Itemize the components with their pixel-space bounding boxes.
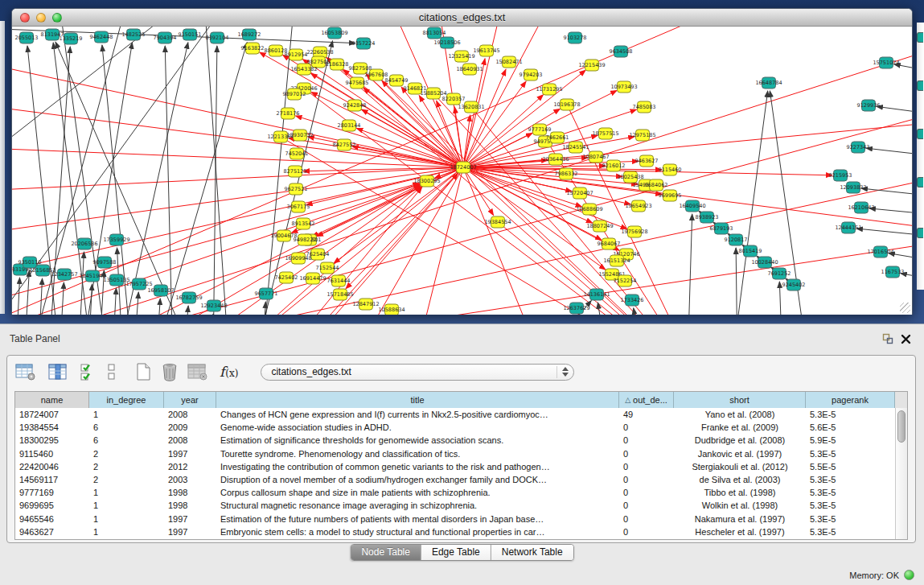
graph-node-20364436[interactable]: 20364436 bbox=[542, 154, 569, 165]
graph-node-12215439[interactable]: 12215439 bbox=[578, 60, 605, 71]
graph-node-12325419[interactable]: 12325419 bbox=[448, 51, 474, 62]
graph-node-9699695[interactable]: 9699695 bbox=[659, 190, 682, 201]
table-row[interactable]: 911546021997Tourette syndrome. Phenomeno… bbox=[15, 447, 895, 460]
scrollbar-thumb[interactable] bbox=[897, 410, 906, 443]
graph-node-9227343[interactable]: 9227343 bbox=[847, 142, 870, 153]
memory-status-indicator[interactable] bbox=[904, 570, 914, 580]
graph-node-9463627[interactable]: 9463627 bbox=[635, 155, 659, 167]
vertical-scrollbar[interactable] bbox=[895, 408, 907, 539]
graph-node-18245541[interactable]: 18245541 bbox=[562, 142, 589, 153]
table-row[interactable]: 1938455462009Genome-wide association stu… bbox=[15, 421, 895, 434]
graph-node-3067175[interactable]: 3067175 bbox=[287, 201, 310, 212]
graph-node-12444151[interactable]: 12444151 bbox=[835, 222, 861, 233]
table-row[interactable]: 1830029562008Estimation of significance … bbox=[15, 434, 895, 447]
graph-node-13620831[interactable]: 13620831 bbox=[458, 101, 484, 113]
graph-node-6879193[interactable]: 6879193 bbox=[710, 223, 733, 234]
table-row[interactable]: 1872400712008Changes of HCN gene express… bbox=[15, 408, 895, 421]
import-table-button[interactable] bbox=[187, 363, 208, 381]
graph-node-10028440[interactable]: 10028440 bbox=[751, 257, 778, 268]
column-visibility-button[interactable] bbox=[47, 363, 68, 381]
column-header-out_de-[interactable]: △out_de... bbox=[619, 392, 674, 408]
graph-node-19384554[interactable]: 19384554 bbox=[484, 216, 511, 228]
graph-node-9120817[interactable]: 9120817 bbox=[725, 234, 748, 245]
graph-node-9129936[interactable]: 9129936 bbox=[857, 100, 881, 111]
graph-node-11731295[interactable]: 11731295 bbox=[536, 84, 562, 95]
graph-node-8220357[interactable]: 8220357 bbox=[442, 93, 466, 105]
graph-node-8215953[interactable]: 8215953 bbox=[829, 170, 852, 181]
column-header-title[interactable]: title bbox=[216, 392, 619, 408]
column-header-year[interactable]: year bbox=[164, 392, 216, 408]
tab-node-table[interactable]: Node Table bbox=[351, 545, 421, 560]
graph-node-10973493[interactable]: 10973493 bbox=[610, 81, 637, 93]
graph-node-18757515[interactable]: 18757515 bbox=[592, 128, 618, 139]
graph-node-9150151[interactable]: 9150151 bbox=[179, 29, 202, 40]
column-header-pagerank[interactable]: pagerank bbox=[806, 392, 895, 408]
graph-node-16210643[interactable]: 16210643 bbox=[848, 202, 874, 213]
graph-node-9103278[interactable]: 9103278 bbox=[564, 32, 587, 43]
table-row[interactable]: 1456911722003Disruption of a novel membe… bbox=[15, 473, 895, 486]
graph-node-19218506[interactable]: 19218506 bbox=[433, 37, 460, 48]
tab-edge-table[interactable]: Edge Table bbox=[421, 545, 491, 560]
graph-node-9462448[interactable]: 9462448 bbox=[90, 31, 113, 43]
graph-node-19654923[interactable]: 19654923 bbox=[625, 200, 651, 212]
graph-node-9357224[interactable]: 9357224 bbox=[352, 38, 376, 49]
graph-node-7452041[interactable]: 7452041 bbox=[285, 148, 309, 159]
table-row[interactable]: 946554611997Estimation of the future num… bbox=[15, 513, 895, 525]
resize-grip[interactable] bbox=[900, 303, 910, 313]
graph-node-10807467[interactable]: 10807467 bbox=[582, 151, 609, 163]
graph-node-12093832[interactable]: 12093832 bbox=[840, 182, 866, 193]
graph-node-9245402[interactable]: 9245402 bbox=[782, 279, 806, 290]
graph-node-18807249[interactable]: 18807249 bbox=[586, 220, 613, 232]
table-row[interactable]: 2242004622012Investigating the contribut… bbox=[15, 460, 895, 473]
graph-node-7425402[interactable]: 7425402 bbox=[275, 272, 298, 283]
table-row[interactable]: 969969511998Structural magnetic resonanc… bbox=[15, 499, 895, 512]
column-header-name[interactable]: name bbox=[15, 392, 89, 408]
graph-node-8913542[interactable]: 8913542 bbox=[292, 218, 315, 229]
graph-node-8015419[interactable]: 8015419 bbox=[739, 245, 762, 257]
graph-node-10196378[interactable]: 10196378 bbox=[553, 99, 580, 110]
graph-node-19756928[interactable]: 19756928 bbox=[621, 226, 647, 237]
graph-node-10688609[interactable]: 10688609 bbox=[576, 204, 602, 215]
tab-network-table[interactable]: Network Table bbox=[491, 545, 573, 560]
table-selector[interactable]: citations_edges.txt bbox=[261, 364, 574, 381]
graph-node-9897012[interactable]: 9897012 bbox=[283, 89, 306, 100]
zoom-button[interactable] bbox=[52, 13, 62, 23]
graph-node-16409540[interactable]: 16409540 bbox=[679, 200, 705, 212]
graph-node-9475685[interactable]: 9475685 bbox=[346, 77, 369, 89]
graph-node-8216012[interactable]: 8216012 bbox=[602, 160, 626, 171]
new-table-button[interactable] bbox=[134, 362, 152, 381]
graph-node-12637629[interactable]: 12637629 bbox=[563, 303, 589, 314]
graph-node-7152254[interactable]: 7152254 bbox=[614, 275, 637, 286]
function-builder-button[interactable]: f(x) bbox=[220, 364, 238, 380]
graph-node-16151324[interactable]: 16151324 bbox=[603, 255, 630, 266]
graph-node-17016504[interactable]: 17016504 bbox=[867, 246, 893, 257]
float-panel-button[interactable] bbox=[879, 331, 897, 347]
graph-node-1733426[interactable]: 1733426 bbox=[621, 295, 644, 306]
table-row[interactable]: 946362711997Embryonic stem cells: a mode… bbox=[15, 525, 895, 538]
graph-node-8454749[interactable]: 8454749 bbox=[385, 75, 409, 86]
graph-node-9115460[interactable]: 9115460 bbox=[659, 164, 682, 175]
graph-node-15720407[interactable]: 15720407 bbox=[566, 187, 593, 199]
graph-node-8938923[interactable]: 8938923 bbox=[696, 212, 719, 223]
graph-node-18640931[interactable]: 18640931 bbox=[456, 64, 483, 75]
table-row[interactable]: 977716911998Corpus callosum shape and si… bbox=[15, 486, 895, 499]
graph-node-15751074[interactable]: 15751074 bbox=[873, 57, 899, 68]
graph-node-9794203[interactable]: 9794203 bbox=[519, 69, 543, 80]
close-button[interactable] bbox=[20, 13, 30, 23]
graph-node-16053809[interactable]: 16053809 bbox=[321, 27, 347, 39]
graph-node-7691252[interactable]: 7691252 bbox=[768, 268, 791, 279]
graph-node-8392104[interactable]: 8392104 bbox=[206, 32, 229, 43]
graph-node-20206536[interactable]: 20206536 bbox=[71, 238, 97, 249]
graph-node-16782759[interactable]: 16782759 bbox=[175, 292, 202, 303]
graph-node-7631444[interactable]: 7631444 bbox=[327, 275, 351, 286]
table-settings-button[interactable] bbox=[15, 363, 36, 381]
graph-node-7485083[interactable]: 7485083 bbox=[633, 101, 656, 113]
graph-node-1482525[interactable]: 1482525 bbox=[122, 29, 146, 40]
graph-node-2718176[interactable]: 2718176 bbox=[277, 108, 300, 119]
column-header-short[interactable]: short bbox=[674, 392, 806, 408]
graph-node-9684067[interactable]: 9684067 bbox=[598, 238, 621, 249]
graph-node-14136141[interactable]: 14136141 bbox=[583, 289, 610, 300]
graph-node-12847912[interactable]: 12847912 bbox=[352, 299, 379, 310]
graph-node-9627521[interactable]: 9627521 bbox=[285, 183, 308, 195]
graph-node-15082471[interactable]: 15082471 bbox=[495, 56, 522, 68]
